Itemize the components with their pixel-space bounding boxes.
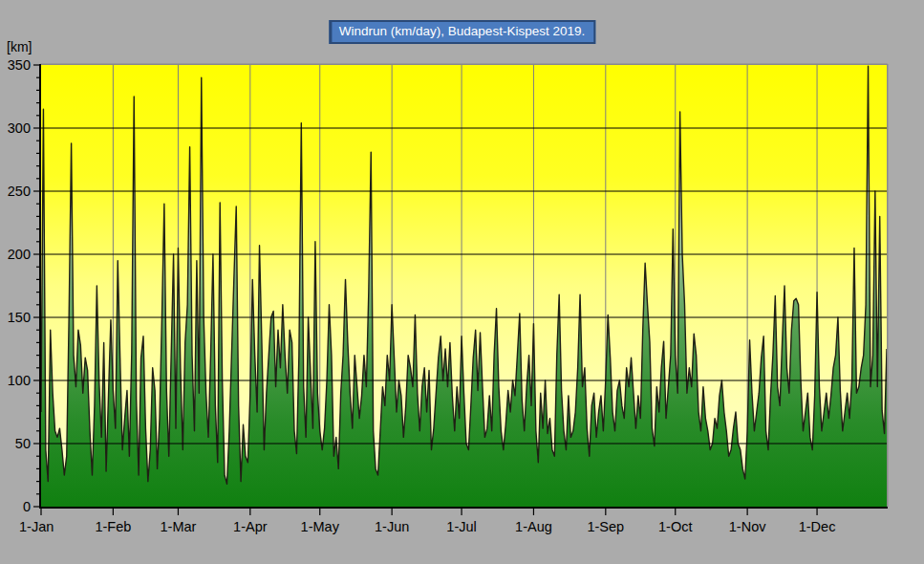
- x-tick-label: 1-May: [301, 519, 340, 534]
- chart-canvas: 0501001502002503003501-Jan1-Feb1-Mar1-Ap…: [0, 0, 924, 564]
- y-tick-label: 100: [8, 373, 31, 388]
- x-tick-label: 1-Jan: [19, 519, 54, 534]
- x-tick-label: 1-Dec: [799, 519, 836, 534]
- x-axis-ticks: 1-Jan1-Feb1-Mar1-Apr1-May1-Jun1-Jul1-Aug…: [19, 509, 835, 534]
- chart-title[interactable]: Windrun (km/day), Budapest-Kispest 2019.: [329, 20, 595, 44]
- y-tick-label: 350: [8, 57, 31, 73]
- y-axis-ticks: 050100150200250300350: [8, 57, 40, 514]
- x-tick-label: 1-Oct: [658, 519, 692, 534]
- x-tick-label: 1-Mar: [161, 519, 197, 534]
- x-tick-label: 1-Sep: [587, 519, 624, 534]
- x-tick-label: 1-Jun: [375, 519, 409, 534]
- x-tick-label: 1-Nov: [729, 519, 766, 534]
- y-tick-label: 0: [23, 499, 31, 514]
- y-axis-unit-label: [km]: [7, 39, 32, 54]
- x-tick-label: 1-Jul: [446, 519, 476, 534]
- windrun-chart: 0501001502002503003501-Jan1-Feb1-Mar1-Ap…: [0, 0, 924, 564]
- y-tick-label: 150: [8, 310, 31, 325]
- y-tick-label: 250: [8, 184, 31, 199]
- y-tick-label: 300: [8, 120, 31, 136]
- y-tick-label: 200: [8, 247, 31, 262]
- x-tick-label: 1-Feb: [95, 519, 131, 534]
- x-tick-label: 1-Aug: [515, 519, 552, 534]
- y-tick-label: 50: [15, 436, 31, 451]
- x-tick-label: 1-Apr: [233, 519, 268, 534]
